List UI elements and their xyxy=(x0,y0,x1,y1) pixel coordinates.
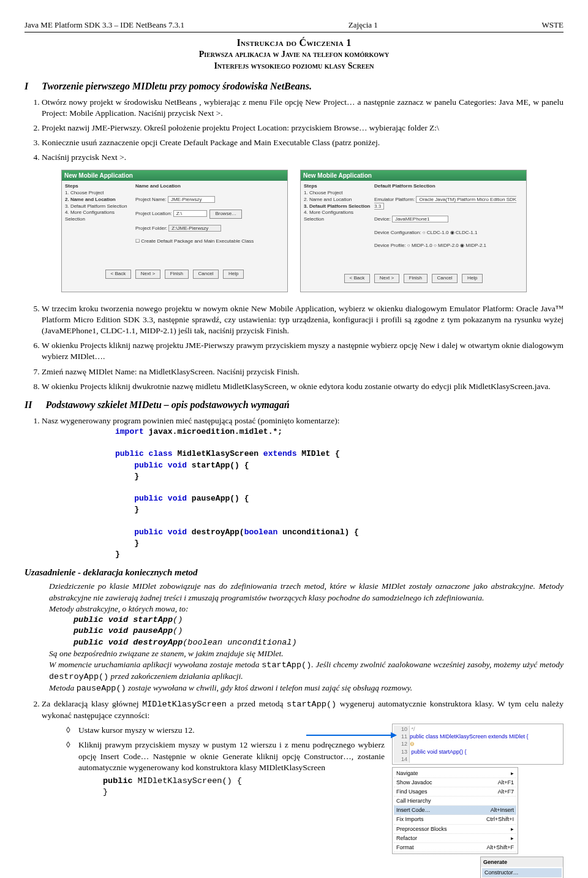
step-7: Zmień nazwę MIDlet Name: na MidletKlasyS… xyxy=(42,366,564,377)
cancel-button-1[interactable]: Cancel xyxy=(193,270,219,279)
section-ii-list: Nasz wygenerowany program powinien mieć … xyxy=(42,415,564,560)
ii-step-1-text: Nasz wygenerowany program powinien mieć … xyxy=(42,416,340,425)
kw-extends: extends xyxy=(263,449,297,458)
checkbox-icon[interactable]: ☐ xyxy=(135,238,140,244)
diamond-list: Ustaw kursor myszy w wierszu 12. Kliknij… xyxy=(66,725,564,798)
c-class-name: MidletKlasyScreen xyxy=(177,449,263,458)
step-4: Naciśnij przycisk Next >. xyxy=(42,152,564,163)
step-b4: 4. More Configurations Selection xyxy=(304,210,353,222)
abs-method-1: public void startApp() xyxy=(74,615,564,626)
step-6: W okienku Projects kliknij nazwę projekt… xyxy=(42,340,564,362)
help-button-1[interactable]: Help xyxy=(223,270,244,279)
title-sub1: Pierwsza aplikacja w Javie na telefon ko… xyxy=(24,49,564,61)
projname-label: Project Name: xyxy=(135,197,167,202)
finish-button-2[interactable]: Finish xyxy=(404,274,428,283)
step-2: Projekt nazwij JME-Pierwszy. Określ poło… xyxy=(42,123,564,134)
menu-fix[interactable]: Fix ImportsCtrl+Shift+I xyxy=(394,815,516,824)
dialog-platform: New Mobile Application Steps 1. Choose P… xyxy=(300,170,527,292)
menu-callh[interactable]: Call Hierarchy xyxy=(394,797,516,806)
radio-icon[interactable]: ○ xyxy=(423,230,426,235)
step-3: Koniecznie usuń zaznaczenie opcji Create… xyxy=(42,137,564,148)
next-button-2[interactable]: Next > xyxy=(374,274,399,283)
step-5: W trzecim kroku tworzenia nowego projekt… xyxy=(42,303,564,337)
section-ii-list-2: Za deklaracją klasy głównej MIDletKlasyS… xyxy=(42,698,564,878)
title-sub2: Interfejs wysokiego poziomu klasy Screen xyxy=(24,61,564,72)
code-block-1: import javax.microedition.midlet.*; publ… xyxy=(115,426,564,560)
dev-select[interactable]: JavaMEPhone1 xyxy=(392,216,448,222)
cfg-label: Device Configuration: xyxy=(374,230,421,235)
uz-p5: Metoda pauseApp() zostaje wywołana w chw… xyxy=(49,683,564,694)
step-a4: 4. More Configurations Selection xyxy=(65,210,115,222)
em-label: Emulator Platform: xyxy=(374,197,415,202)
c-ext: MIDlet { xyxy=(296,449,339,458)
page-header: Java ME Platform SDK 3.3 – IDE NetBeans … xyxy=(24,20,564,32)
c-startapp: startApp() { xyxy=(192,461,249,470)
projloc-input[interactable]: Z:\ xyxy=(173,210,207,217)
step-8: W okienku Projects kliknij dwukrotnie na… xyxy=(42,381,564,392)
step-b1: 1. Choose Project xyxy=(304,190,343,195)
diamond-1: Ustaw kursor myszy w wierszu 12. xyxy=(66,725,564,736)
section-i-list: Otwórz nowy projekt w środowisku NetBean… xyxy=(42,97,564,164)
c-pauseapp: pauseApp() { xyxy=(192,494,249,503)
c-close4: } xyxy=(115,550,120,559)
diamond-2: Kliknij prawym przyciskiem myszy w pusty… xyxy=(66,740,564,798)
section-i-list-2: W trzecim kroku tworzenia nowego projekt… xyxy=(42,303,564,393)
step-a2: 2. Name and Location xyxy=(65,197,116,202)
help-button-2[interactable]: Help xyxy=(462,274,483,283)
generate-popup[interactable]: Generate Constructor… Logger… toString()… xyxy=(480,857,564,878)
chk-label: Create Default Package and Main Executab… xyxy=(141,238,254,244)
nameloc-head: Name and Location xyxy=(135,183,181,189)
back-button-1[interactable]: < Back xyxy=(105,270,132,279)
section-i-head: I Tworzenie pierwszego MIDletu przy pomo… xyxy=(24,80,564,93)
step-b3: 3. Default Platform Selection xyxy=(304,203,370,209)
back-button-2[interactable]: < Back xyxy=(344,274,371,283)
c-close1: } xyxy=(134,472,139,481)
projfolder-label: Project Folder: xyxy=(135,225,167,231)
radio-sel-icon[interactable]: ◉ xyxy=(450,230,454,235)
step-b2: 2. Name and Location xyxy=(304,197,352,202)
menu-ref[interactable]: Refactor▸ xyxy=(394,834,516,843)
cfg-b: CLDC-1.1 xyxy=(456,230,478,235)
dialog-title-2: New Mobile Application xyxy=(301,170,526,181)
steps-label-2: Steps xyxy=(304,183,317,189)
projfolder-value: Z:\JME-Pierwszy xyxy=(168,225,221,232)
gen-constructor[interactable]: Constructor… xyxy=(482,868,562,877)
step-a3: 3. Default Platform Selection xyxy=(65,203,127,209)
dialog-name-location: New Mobile Application Steps 1. Choose P… xyxy=(61,170,288,292)
prof-c: MIDP-2.1 xyxy=(466,243,486,248)
section-i-title: Tworzenie pierwszego MIDletu przy pomocy… xyxy=(42,81,312,91)
menu-insert[interactable]: Insert Code…Alt+Insert xyxy=(394,806,516,815)
radio-icon-2[interactable]: ○ xyxy=(407,243,410,248)
section-ii-head: II Podstawowy szkielet MIDetu – opis pod… xyxy=(24,398,564,412)
header-right: WSTE xyxy=(542,20,564,31)
uz-p2: Metody abstrakcyjne, o których mowa, to: xyxy=(49,604,564,615)
prof-a: MIDP-1.0 xyxy=(412,243,432,248)
next-button-1[interactable]: Next > xyxy=(135,270,160,279)
ctor-code: public MIDletKlasyScreen() { } xyxy=(103,776,564,798)
radio-icon-3[interactable]: ○ xyxy=(434,243,437,248)
uz-p3: Są one bezpośrednio związane ze stanem, … xyxy=(49,648,564,659)
abs-method-2: public void pauseApp() xyxy=(74,626,564,637)
finish-button-1[interactable]: Finish xyxy=(165,270,189,279)
kw-boolean: boolean xyxy=(244,528,278,537)
dialog-title-1: New Mobile Application xyxy=(62,170,287,181)
step-a1: 1. Choose Project xyxy=(65,190,104,195)
uzasadnienie-head: Uzasadnienie - deklaracja koniecznych me… xyxy=(24,566,564,578)
c-close3: } xyxy=(134,539,139,548)
gen-title: Generate xyxy=(481,857,563,867)
header-left: Java ME Platform SDK 3.3 – IDE NetBeans … xyxy=(24,20,184,31)
menu-fmt[interactable]: FormatAlt+Shift+F xyxy=(394,843,516,852)
prof-label: Device Profile: xyxy=(374,243,406,248)
radio-sel-icon-2[interactable]: ◉ xyxy=(460,243,464,248)
title-main: Instrukcja do Ćwiczenia 1 xyxy=(24,36,564,50)
cfg-a: CLDC-1.0 xyxy=(427,230,449,235)
cancel-button-2[interactable]: Cancel xyxy=(432,274,458,283)
browse-button[interactable]: Browse… xyxy=(209,210,242,219)
section-ii-title: Podstawowy szkielet MIDetu – opis podsta… xyxy=(45,399,289,410)
projname-input[interactable]: JME-Pierwszy xyxy=(168,196,215,203)
header-center: Zajęcia 1 xyxy=(349,20,378,31)
menu-pre[interactable]: Preprocessor Blocks▸ xyxy=(394,825,516,834)
c-destroy1: destroyApp( xyxy=(192,528,244,537)
kw-pv1: public void xyxy=(134,461,192,470)
projloc-label: Project Location: xyxy=(135,211,172,216)
